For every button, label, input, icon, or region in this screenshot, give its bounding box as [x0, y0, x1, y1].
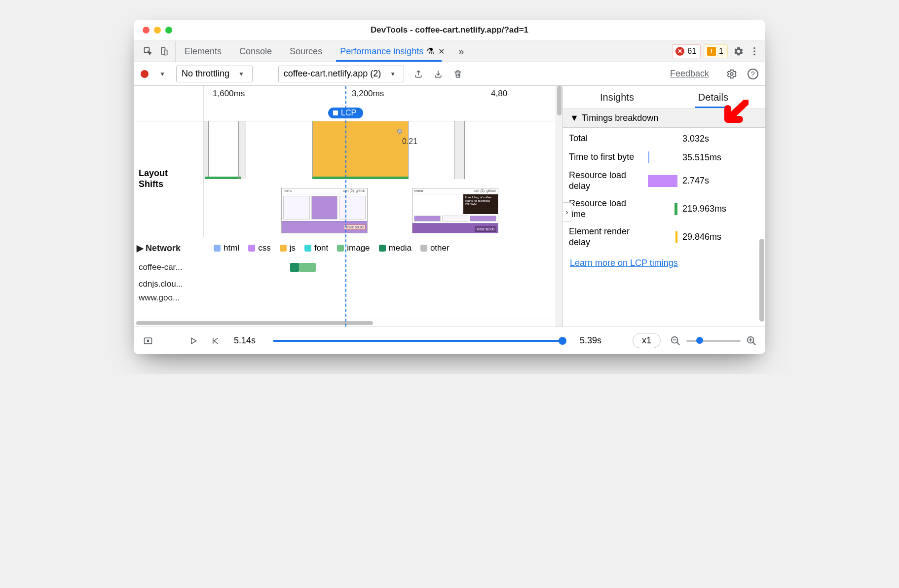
inspect-tools [137, 41, 176, 62]
layout-shift-event[interactable] [204, 121, 209, 179]
tab-elements[interactable]: Elements [176, 41, 230, 62]
close-tab-icon[interactable]: ✕ [437, 47, 445, 56]
errors-count: 61 [687, 47, 696, 56]
zoom-slider[interactable] [686, 340, 741, 342]
request-bar[interactable] [290, 263, 299, 272]
feedback-link[interactable]: Feedback [670, 69, 709, 79]
good-cls-indicator [205, 177, 241, 179]
legend-swatch-other [420, 245, 427, 252]
track-label: Layout Shifts [134, 168, 168, 189]
svg-point-5 [753, 54, 755, 56]
tab-sources[interactable]: Sources [281, 41, 331, 62]
cls-marker[interactable] [397, 129, 402, 134]
svg-point-4 [753, 50, 755, 52]
layout-shift-event[interactable] [454, 121, 465, 179]
zoom-controls [670, 335, 757, 347]
tick-label: 4,80 [491, 89, 507, 99]
request-bar[interactable] [299, 263, 316, 272]
network-request-row[interactable]: www.goo... [134, 293, 562, 303]
slider-thumb[interactable] [696, 337, 703, 344]
ruler: 1,600ms 3,200ms 4,80 LCP [134, 86, 562, 121]
playback-bar: 5.14s 5.39s x1 [134, 327, 765, 354]
screenshot-thumbnail[interactable]: menu cart (0) github Free 1 bag of coffe… [412, 188, 498, 233]
playhead-line[interactable] [345, 86, 346, 327]
zoom-in-icon[interactable] [746, 335, 757, 347]
timing-ttfb: Time to first byte 35.515ms [569, 151, 757, 163]
device-toolbar-icon[interactable] [157, 45, 170, 58]
inspect-element-icon[interactable] [142, 45, 154, 58]
page-select[interactable]: coffee-cart.netlify.app (2) ▼ [278, 66, 404, 82]
layout-shift-event[interactable] [312, 121, 409, 179]
tab-label: Performance insights [340, 46, 423, 57]
tick-label: 1,600ms [213, 89, 245, 99]
kebab-menu-icon[interactable] [747, 43, 762, 59]
screenshot-thumbnail[interactable]: menu cart (0) github Total: $0.00 [281, 188, 368, 233]
rewind-button[interactable] [209, 334, 222, 347]
warnings-badge[interactable]: ! 1 [704, 44, 728, 58]
current-time: 5.14s [230, 335, 259, 346]
main-content: 1,600ms 3,200ms 4,80 LCP Layout Shifts [134, 86, 765, 327]
playback-speed[interactable]: x1 [633, 333, 661, 348]
maximize-window-button[interactable] [165, 27, 172, 34]
error-icon: ✕ [675, 47, 684, 56]
horizontal-scrollbar[interactable] [134, 319, 562, 327]
export-icon[interactable] [412, 68, 425, 80]
tab-insights[interactable]: Insights [595, 88, 639, 107]
more-tabs-icon[interactable]: » [453, 46, 469, 57]
vertical-scrollbar[interactable] [556, 86, 562, 327]
play-button[interactable] [187, 334, 200, 347]
zoom-out-icon[interactable] [670, 335, 681, 347]
help-icon[interactable]: ? [748, 69, 758, 79]
section-title: Timings breakdown [582, 113, 658, 123]
legend-swatch-css [248, 245, 255, 252]
network-request-row[interactable]: coffee-car... [134, 259, 562, 276]
delete-icon[interactable] [451, 68, 464, 80]
timing-resource-load-time: Resource load time 219.963ms [569, 198, 757, 220]
network-track: ▶ Network html css js font image media o… [134, 237, 562, 327]
view-toggle-icon[interactable] [142, 334, 154, 347]
warnings-count: 1 [719, 47, 723, 56]
good-cls-indicator [312, 177, 409, 179]
record-menu-chevron-icon[interactable]: ▼ [156, 71, 168, 77]
import-icon[interactable] [432, 68, 445, 80]
total-time: 5.39s [576, 335, 605, 346]
throttling-value: No throttling [182, 69, 229, 79]
svg-point-8 [147, 340, 149, 341]
window-title: DevTools - coffee-cart.netlify.app/?ad=1 [134, 25, 765, 35]
annotation-arrow-icon [719, 100, 749, 129]
layout-shift-event[interactable] [238, 121, 246, 179]
tab-performance-insights[interactable]: Performance insights ⚗ ✕ [331, 41, 453, 62]
chevron-down-icon: ▼ [387, 71, 399, 77]
legend-swatch-image [337, 245, 344, 252]
network-request-row[interactable]: cdnjs.clou... [134, 276, 562, 293]
settings-icon[interactable] [731, 43, 747, 59]
tab-console[interactable]: Console [230, 41, 281, 62]
toolbar-actions [412, 68, 464, 80]
shifts-body[interactable]: 0.21 menu cart (0) github Total: $0.00 [204, 121, 562, 237]
page-select-value: coffee-cart.netlify.app (2) [284, 69, 381, 79]
slider-thumb[interactable] [559, 337, 566, 345]
svg-point-3 [753, 47, 755, 49]
status-badges: ✕ 61 ! 1 [672, 44, 731, 58]
throttling-select[interactable]: No throttling ▼ [176, 66, 253, 82]
traffic-lights [134, 27, 172, 34]
network-rows[interactable]: coffee-car... cdnjs.clou... www.goo... [134, 259, 562, 319]
network-legend: html css js font image media other [204, 243, 450, 253]
timeline-panel: 1,600ms 3,200ms 4,80 LCP Layout Shifts [134, 86, 563, 327]
ruler-track[interactable]: 1,600ms 3,200ms 4,80 LCP [204, 86, 562, 121]
minimize-window-button[interactable] [154, 27, 161, 34]
expand-icon[interactable]: ▶ [137, 243, 144, 254]
close-window-button[interactable] [143, 27, 150, 34]
toolbar-settings-icon[interactable] [724, 66, 740, 82]
timeline-slider[interactable] [273, 340, 562, 342]
layout-shifts-track: Layout Shifts 0.21 menu cart (0 [134, 121, 562, 237]
legend-swatch-font [304, 245, 311, 252]
record-button[interactable] [141, 70, 149, 78]
collapse-panel-button[interactable]: › [562, 202, 571, 222]
vertical-scrollbar[interactable] [759, 239, 764, 322]
timing-total: Total 3.032s [569, 133, 757, 145]
flask-icon: ⚗ [426, 46, 434, 57]
errors-badge[interactable]: ✕ 61 [672, 44, 701, 58]
titlebar: DevTools - coffee-cart.netlify.app/?ad=1 [134, 20, 765, 40]
learn-more-link[interactable]: Learn more on LCP timings [563, 253, 765, 273]
